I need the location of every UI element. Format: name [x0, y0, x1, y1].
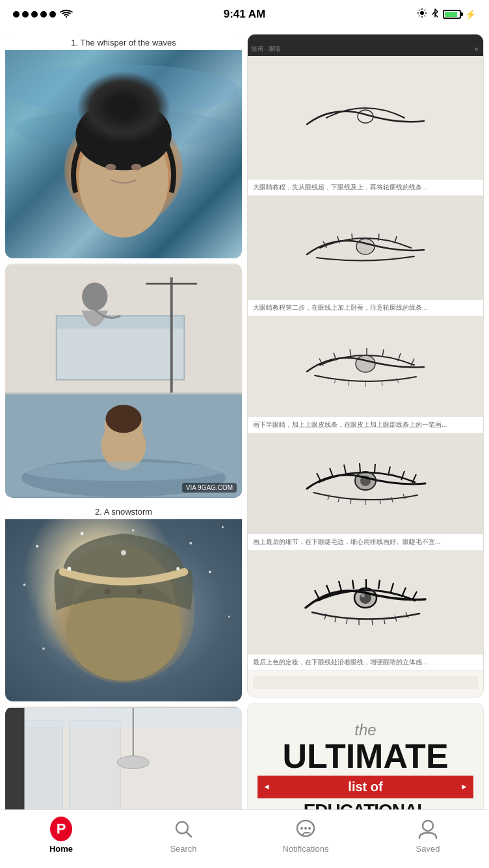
svg-point-13 [105, 164, 116, 170]
eye-step1-caption: 大眼睛教程，先从眼线起，下眼线及上，再将轮廓线的线条... [248, 180, 483, 196]
dot3 [31, 11, 38, 18]
edu-ultimate: ULTIMATE [282, 739, 448, 773]
status-left [13, 8, 73, 21]
svg-point-36 [42, 647, 45, 650]
svg-line-111 [187, 832, 191, 837]
pin-studio-bath[interactable]: VIA 9GAG.COM [5, 264, 242, 498]
svg-point-10 [15, 109, 232, 148]
svg-rect-17 [57, 316, 185, 329]
svg-point-92 [361, 593, 365, 597]
eye-step4-svg [300, 461, 430, 507]
pin-bath-image: VIA 9GAG.COM [5, 394, 242, 498]
eye-step-1 [248, 56, 483, 180]
svg-line-108 [395, 616, 397, 621]
waves-svg [5, 50, 242, 258]
svg-line-96 [352, 580, 354, 589]
nav-search-label: Search [170, 844, 196, 854]
eye-step2-caption: 大眼睛教程第二步，在眼线上加上卧蚕，注意轮廓线的线条... [248, 300, 483, 316]
svg-point-32 [23, 584, 26, 586]
svg-point-25 [105, 405, 141, 433]
svg-line-8 [419, 16, 419, 16]
battery-icon [443, 10, 461, 19]
nav-home-label: Home [49, 844, 73, 854]
eye-step-3 [248, 316, 483, 417]
wifi-icon [60, 8, 73, 21]
svg-point-114 [304, 827, 307, 830]
svg-line-69 [349, 381, 349, 386]
pin-waves[interactable]: 1. The whisper of the waves [5, 34, 242, 258]
eye-step5-caption: 最后上色的定妆，在下眼线处沿着眼线，增强眼睛的立体感... [248, 655, 483, 671]
nav-search[interactable]: Search [122, 818, 244, 854]
svg-point-54 [356, 239, 375, 254]
svg-point-18 [82, 282, 107, 310]
svg-line-95 [339, 581, 341, 591]
svg-point-116 [423, 821, 433, 831]
svg-line-78 [360, 463, 360, 472]
svg-line-76 [330, 468, 333, 477]
svg-line-104 [347, 618, 347, 624]
svg-line-89 [403, 494, 405, 499]
via-badge: VIA 9GAG.COM [182, 483, 237, 493]
svg-rect-48 [5, 708, 242, 727]
svg-line-58 [378, 234, 379, 241]
nav-home[interactable]: P Home [0, 818, 122, 854]
pin-snow-image [5, 519, 242, 701]
svg-point-29 [132, 530, 134, 532]
status-bar: 9:41 AM ⚡ [0, 0, 489, 29]
battery-fill [445, 12, 457, 17]
tutorial-bottom-fade [248, 671, 483, 697]
pin-snow[interactable]: 2. A snowstorm [5, 503, 242, 701]
right-column: 绘画 · 眼睛 ✕ 大眼睛教程，先从眼线起，下眼线及上，再将 [247, 34, 484, 863]
svg-point-113 [300, 827, 303, 830]
svg-line-98 [378, 580, 380, 589]
svg-point-41 [67, 567, 71, 571]
svg-point-34 [209, 571, 211, 573]
bottom-nav: P Home Search Notifications [0, 809, 489, 868]
svg-point-26 [25, 462, 223, 481]
svg-point-52 [117, 756, 149, 769]
svg-point-35 [228, 616, 230, 617]
dot5 [49, 11, 56, 18]
nav-notifications[interactable]: Notifications [244, 818, 367, 854]
eye-step3-svg [300, 344, 430, 390]
main-content: 1. The whisper of the waves [0, 29, 489, 868]
svg-point-60 [356, 355, 375, 372]
dot2 [22, 11, 29, 18]
status-right: ⚡ [417, 8, 476, 21]
svg-point-27 [36, 545, 38, 548]
pinterest-logo: P [50, 817, 72, 841]
svg-line-57 [352, 234, 352, 241]
eye-step-5 [248, 550, 483, 655]
search-icon [172, 818, 194, 840]
snow-svg [5, 519, 242, 701]
nav-saved[interactable]: Saved [367, 818, 489, 854]
svg-point-28 [81, 532, 84, 535]
studio-svg [5, 264, 242, 394]
svg-point-115 [308, 827, 311, 830]
svg-point-31 [222, 526, 224, 528]
eye-step-2 [248, 196, 483, 300]
tutorial-header-text: 绘画 · 眼睛 [252, 45, 280, 53]
svg-line-5 [419, 10, 419, 10]
svg-point-14 [131, 164, 142, 170]
svg-line-99 [391, 583, 393, 592]
pin-snow-title: 2. A snowstorm [5, 503, 242, 519]
eye-tutorial-card[interactable]: 绘画 · 眼睛 ✕ 大眼睛教程，先从眼线起，下眼线及上，再将 [247, 34, 484, 698]
saved-icon [417, 818, 439, 840]
nav-saved-label: Saved [416, 844, 440, 854]
eye-step2-svg [300, 225, 430, 271]
eye-step-4 [248, 433, 483, 534]
svg-point-12 [75, 100, 172, 170]
bluetooth-icon [431, 8, 439, 21]
dot4 [40, 11, 47, 18]
eye-step3-caption: 画下半眼睛，加上上眼皮线条，在眼皮上加上眼部线条上的一笔画... [248, 417, 483, 433]
svg-line-88 [391, 497, 393, 502]
svg-line-77 [344, 465, 346, 474]
eye-step1-svg [300, 92, 430, 144]
eye-step5-svg [300, 578, 430, 627]
svg-point-0 [420, 11, 424, 15]
svg-line-100 [402, 588, 406, 597]
svg-line-72 [397, 378, 399, 383]
notifications-icon [295, 818, 317, 840]
brightness-icon [417, 8, 427, 21]
